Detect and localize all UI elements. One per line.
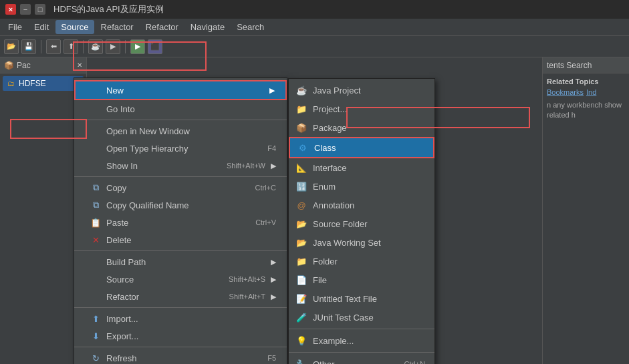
- java-working-set-icon: 📂: [295, 236, 307, 248]
- open-type-icon: [90, 143, 101, 154]
- submenu-annotation-label: Annotation: [313, 200, 354, 210]
- submenu-sep-1: [289, 329, 434, 329]
- submenu-java-working-set[interactable]: 📂 Java Working Set: [289, 233, 434, 252]
- submenu-example[interactable]: 💡 Example...: [289, 331, 434, 350]
- submenu-project[interactable]: 📁 Project...: [289, 100, 434, 118]
- ctx-item-refresh[interactable]: ↻ Refresh F5: [74, 349, 287, 364]
- maximize-button[interactable]: □: [35, 4, 45, 15]
- submenu-junit-label: JUnit Test Case: [313, 313, 374, 323]
- ctx-sep-4: [74, 307, 287, 308]
- toolbar-btn-debug[interactable]: ⬛: [148, 39, 162, 54]
- menu-refactor2[interactable]: Refactor: [140, 20, 184, 34]
- submenu-folder-label: Folder: [313, 256, 338, 266]
- ctx-item-copy-qualified[interactable]: ⧉ Copy Qualified Name: [74, 196, 287, 214]
- ctx-item-copy-label: Copy: [106, 183, 250, 193]
- submenu-enum[interactable]: 🔢 Enum: [289, 177, 434, 196]
- submenu-untitled-text-file-label: Untitled Text File: [313, 294, 377, 304]
- file-icon: 📄: [295, 274, 307, 286]
- new-icon: [90, 85, 101, 96]
- ctx-item-export[interactable]: ⬇ Export...: [74, 327, 287, 345]
- show-in-icon: [90, 160, 101, 171]
- new-arrow: ▶: [269, 86, 275, 95]
- copy-qualified-icon: ⧉: [90, 200, 101, 210]
- submenu-file[interactable]: 📄 File: [289, 270, 434, 289]
- right-panel-header: tents Search: [543, 57, 629, 73]
- submenu-java-working-set-label: Java Working Set: [313, 238, 381, 248]
- menu-file[interactable]: File: [3, 20, 27, 34]
- submenu-package-label: Package: [313, 123, 347, 133]
- submenu-file-label: File: [313, 275, 327, 285]
- ctx-sep-5: [74, 347, 287, 347]
- submenu-package[interactable]: 📦 Package: [289, 118, 434, 137]
- interface-icon: 📐: [295, 162, 307, 174]
- menu-source[interactable]: Source: [55, 20, 94, 34]
- ctx-item-open-new-window[interactable]: Open in New Window: [74, 122, 287, 140]
- ctx-item-open-type-hierarchy[interactable]: Open Type Hierarchy F4: [74, 140, 287, 157]
- submenu-other[interactable]: 🔧 Other... Ctrl+N: [289, 355, 434, 364]
- right-panel-header-label: tents Search: [547, 61, 592, 70]
- ctx-item-build-path-label: Build Path: [106, 257, 265, 267]
- submenu-annotation[interactable]: @ Annotation: [289, 196, 434, 214]
- submenu-untitled-text-file[interactable]: 📝 Untitled Text File: [289, 289, 434, 308]
- menu-search[interactable]: Search: [231, 20, 269, 34]
- ctx-item-delete[interactable]: ✕ Delete: [74, 231, 287, 248]
- ctx-sep-2: [74, 176, 287, 177]
- submenu-other-label: Other...: [313, 359, 342, 365]
- toolbar-btn-2[interactable]: 💾: [21, 39, 36, 54]
- example-icon: 💡: [295, 335, 307, 347]
- toolbar-btn-4[interactable]: ⬆: [64, 39, 78, 54]
- build-path-arrow: ▶: [271, 258, 276, 266]
- ctx-item-new-label: New: [106, 85, 264, 96]
- toolbar-separator-2: [83, 40, 84, 53]
- submenu-class[interactable]: ⚙ Class: [289, 137, 434, 158]
- submenu-source-folder[interactable]: 📂 Source Folder: [289, 214, 434, 233]
- ctx-item-new[interactable]: New ▶: [74, 80, 287, 100]
- class-icon: ⚙: [297, 142, 309, 154]
- copy-shortcut: Ctrl+C: [255, 184, 276, 192]
- ctx-item-show-in-label: Show In: [106, 161, 221, 171]
- menu-navigate[interactable]: Navigate: [185, 20, 230, 34]
- submenu-java-project-label: Java Project: [313, 85, 361, 96]
- ctx-item-import-label: Import...: [106, 314, 276, 324]
- toolbar-btn-1[interactable]: 📂: [4, 39, 19, 54]
- ctx-item-go-into[interactable]: Go Into: [74, 100, 287, 118]
- ctx-item-refactor[interactable]: Refactor Shift+Alt+T ▶: [74, 288, 287, 305]
- submenu-interface[interactable]: 📐 Interface: [289, 158, 434, 177]
- submenu-folder[interactable]: 📁 Folder: [289, 252, 434, 270]
- toolbar-btn-run[interactable]: ▶: [130, 39, 145, 54]
- ctx-item-paste[interactable]: 📋 Paste Ctrl+V: [74, 214, 287, 231]
- menu-edit[interactable]: Edit: [29, 20, 54, 34]
- ctx-item-refactor-label: Refactor: [106, 292, 224, 302]
- menu-refactor1[interactable]: Refactor: [96, 20, 139, 34]
- refresh-shortcut: F5: [267, 354, 276, 362]
- right-panel: tents Search Related Topics Bookmarks In…: [542, 57, 629, 364]
- help-body-text: n any workbench show related h: [547, 100, 625, 121]
- index-link[interactable]: Ind: [586, 88, 596, 96]
- package-icon: 📦: [295, 122, 307, 134]
- ctx-item-build-path[interactable]: Build Path ▶: [74, 253, 287, 270]
- ctx-item-source[interactable]: Source Shift+Alt+S ▶: [74, 270, 287, 288]
- close-button[interactable]: ×: [5, 4, 16, 15]
- submenu-java-project[interactable]: ☕ Java Project: [289, 81, 434, 100]
- context-menu-overlay: New ▶ Go Into Open in New Window Open Ty…: [0, 57, 629, 364]
- ctx-item-export-label: Export...: [106, 331, 276, 341]
- main-area: 📦 Pac ✕ 🗂 HDFSE New ▶ Go Into: [0, 57, 629, 364]
- toolbar-btn-5[interactable]: ☕: [88, 39, 103, 54]
- toolbar-btn-6[interactable]: ▶: [106, 39, 120, 54]
- ctx-item-refresh-label: Refresh: [106, 353, 262, 363]
- source-arrow: ▶: [271, 275, 276, 284]
- ctx-item-copy[interactable]: ⧉ Copy Ctrl+C: [74, 179, 287, 196]
- submenu-junit-test-case[interactable]: 🧪 JUnit Test Case: [289, 308, 434, 327]
- ctx-item-show-in[interactable]: Show In Shift+Alt+W ▶: [74, 157, 287, 174]
- ctx-item-import[interactable]: ⬆ Import...: [74, 310, 287, 327]
- minimize-button[interactable]: −: [20, 4, 31, 15]
- bookmarks-link[interactable]: Bookmarks: [547, 88, 584, 96]
- open-new-window-icon: [90, 126, 101, 136]
- toolbar-btn-3[interactable]: ⬅: [46, 39, 61, 54]
- junit-icon: 🧪: [295, 311, 307, 323]
- ctx-item-open-type-label: Open Type Hierarchy: [106, 144, 262, 154]
- toolbar: 📂 💾 ⬅ ⬆ ☕ ▶ ▶ ⬛: [0, 36, 629, 57]
- submenu-sep-2: [289, 352, 434, 353]
- go-into-icon: [90, 104, 101, 114]
- project-icon: 📁: [295, 103, 307, 115]
